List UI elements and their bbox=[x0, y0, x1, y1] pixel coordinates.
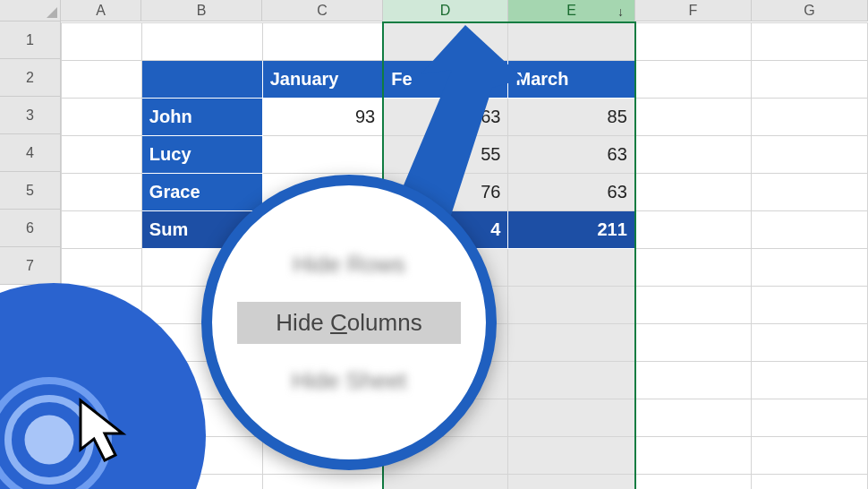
cell[interactable] bbox=[752, 173, 868, 210]
cell[interactable] bbox=[635, 173, 752, 210]
column-header-C[interactable]: C bbox=[262, 0, 383, 21]
row-header-2[interactable]: 2 bbox=[0, 59, 60, 97]
cell[interactable] bbox=[752, 361, 868, 399]
cell[interactable] bbox=[635, 210, 752, 248]
cell[interactable]: 93 bbox=[262, 98, 383, 135]
cell[interactable] bbox=[752, 98, 868, 135]
cell[interactable] bbox=[508, 474, 635, 489]
cell[interactable] bbox=[752, 474, 868, 489]
select-all-corner[interactable] bbox=[0, 0, 61, 21]
down-arrow-icon: ↓ bbox=[617, 4, 624, 19]
magnifier-callout: Hide Rows Hide Columns Hide Sheet bbox=[201, 175, 497, 470]
menu-item-hide-columns[interactable]: Hide Columns bbox=[237, 302, 461, 344]
cell[interactable]: Lucy bbox=[141, 135, 262, 173]
menu-text: olumns bbox=[347, 309, 422, 336]
cell[interactable] bbox=[62, 210, 142, 248]
cell[interactable] bbox=[508, 361, 635, 399]
cell[interactable] bbox=[635, 474, 752, 489]
column-header-E[interactable]: E↓ bbox=[508, 0, 635, 21]
column-header-D[interactable]: D bbox=[383, 0, 508, 21]
column-headers-row: ABCDE↓FG bbox=[61, 0, 868, 21]
cell[interactable] bbox=[141, 22, 262, 60]
cell[interactable] bbox=[752, 135, 868, 173]
column-header-G[interactable]: G bbox=[752, 0, 868, 21]
row-header-7[interactable]: 7 bbox=[0, 247, 60, 285]
cell[interactable] bbox=[508, 286, 635, 323]
cell[interactable] bbox=[62, 60, 142, 98]
cell[interactable] bbox=[262, 474, 383, 489]
menu-text-underline: C bbox=[330, 309, 347, 336]
row-header-3[interactable]: 3 bbox=[0, 97, 60, 134]
column-header-B[interactable]: B bbox=[141, 0, 262, 21]
row-header-4[interactable]: 4 bbox=[0, 134, 60, 172]
cell[interactable] bbox=[635, 22, 752, 60]
cell[interactable] bbox=[635, 361, 752, 399]
cell[interactable] bbox=[635, 98, 752, 135]
cell[interactable] bbox=[508, 399, 635, 436]
cell[interactable] bbox=[635, 286, 752, 323]
row-header-5[interactable]: 5 bbox=[0, 172, 60, 210]
column-header-F[interactable]: F bbox=[635, 0, 752, 21]
cell[interactable] bbox=[141, 60, 262, 98]
row-headers-column: 1234567 bbox=[0, 21, 61, 285]
cell[interactable] bbox=[752, 210, 868, 248]
cell[interactable] bbox=[62, 173, 142, 210]
cell[interactable] bbox=[635, 323, 752, 361]
cell[interactable] bbox=[508, 323, 635, 361]
cell[interactable] bbox=[62, 248, 142, 286]
cell[interactable] bbox=[262, 22, 383, 60]
cell[interactable] bbox=[508, 436, 635, 474]
cell[interactable] bbox=[383, 474, 508, 489]
cursor-icon bbox=[76, 396, 139, 471]
cell[interactable] bbox=[635, 60, 752, 98]
column-header-A[interactable]: A bbox=[61, 0, 141, 21]
cell[interactable] bbox=[62, 98, 142, 135]
cell[interactable] bbox=[62, 135, 142, 173]
cell[interactable] bbox=[752, 399, 868, 436]
cell[interactable] bbox=[262, 135, 383, 173]
cell[interactable] bbox=[62, 22, 142, 60]
cell[interactable] bbox=[752, 22, 868, 60]
cell[interactable] bbox=[635, 135, 752, 173]
cell[interactable] bbox=[752, 248, 868, 286]
cell[interactable] bbox=[752, 60, 868, 98]
cell[interactable] bbox=[752, 286, 868, 323]
cell[interactable]: Grace bbox=[141, 173, 262, 210]
menu-item-hide-rows[interactable]: Hide Rows bbox=[275, 244, 423, 286]
row-header-6[interactable]: 6 bbox=[0, 210, 60, 247]
menu-item-hide-sheet[interactable]: Hide Sheet bbox=[274, 360, 425, 402]
row-header-1[interactable]: 1 bbox=[0, 21, 60, 59]
cell[interactable] bbox=[752, 436, 868, 474]
cell[interactable]: John bbox=[141, 98, 262, 135]
menu-text: Hide bbox=[276, 309, 330, 336]
cell[interactable] bbox=[635, 436, 752, 474]
cell[interactable] bbox=[635, 248, 752, 286]
cell[interactable] bbox=[752, 323, 868, 361]
svg-marker-1 bbox=[81, 400, 123, 460]
cell[interactable]: January bbox=[262, 60, 383, 98]
cell[interactable] bbox=[635, 399, 752, 436]
